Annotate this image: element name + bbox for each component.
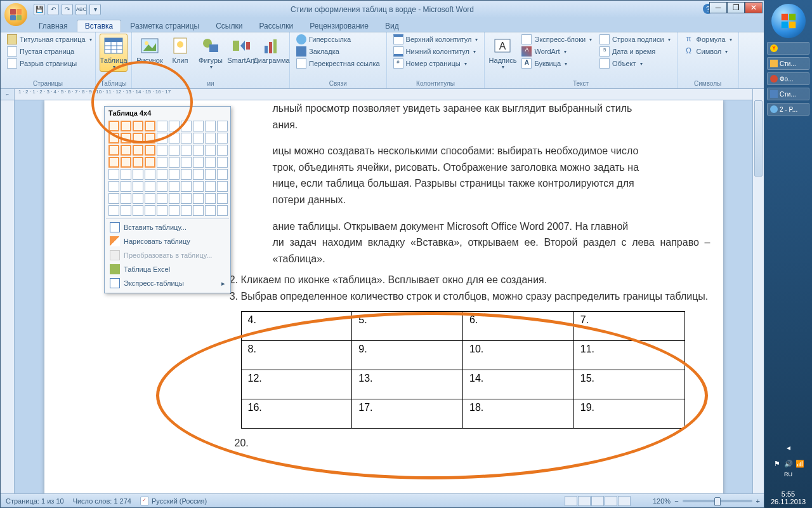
undo-icon[interactable]: ↶ — [48, 4, 59, 15]
clip-button[interactable]: Клип — [166, 34, 194, 66]
grid-cell[interactable] — [108, 169, 119, 180]
wordart-button[interactable]: AWordArt▾ — [519, 46, 594, 57]
grid-cell[interactable] — [205, 169, 216, 180]
footer-button[interactable]: Нижний колонтитул▾ — [391, 46, 481, 57]
grid-cell[interactable] — [145, 145, 155, 156]
tab-pagelayout[interactable]: Разметка страницы — [122, 20, 207, 32]
inserted-table[interactable]: 4.5.6.7. 8.9.10.11. 12.13.14.15. 16.17.1… — [241, 311, 685, 429]
grid-cell[interactable] — [193, 181, 204, 192]
office-button[interactable] — [4, 3, 27, 26]
tab-insert[interactable]: Вставка — [77, 20, 122, 32]
grid-cell[interactable] — [193, 205, 204, 216]
task-item[interactable]: Сти... — [767, 57, 809, 70]
grid-cell[interactable] — [181, 169, 192, 180]
scrollbar-thumb[interactable] — [754, 100, 763, 177]
grid-cell[interactable] — [145, 133, 155, 144]
grid-cell[interactable] — [145, 121, 155, 131]
start-button[interactable] — [771, 4, 806, 38]
excel-table-item[interactable]: Таблица Excel — [106, 262, 229, 276]
maximize-button[interactable]: ❐ — [727, 2, 745, 13]
hyperlink-button[interactable]: Гиперссылка — [294, 34, 383, 45]
task-item[interactable]: Сти... — [767, 88, 809, 100]
header-button[interactable]: Верхний колонтитул▾ — [391, 34, 481, 45]
grid-cell[interactable] — [217, 157, 228, 168]
object-button[interactable]: Объект▾ — [597, 58, 672, 69]
view-draft-icon[interactable] — [618, 496, 631, 506]
tray-expand-icon[interactable]: ◂ — [764, 443, 812, 452]
close-button[interactable]: ✕ — [745, 2, 763, 13]
smartart-button[interactable]: SmartArt — [227, 34, 255, 66]
task-item[interactable]: 2 - P... — [767, 103, 809, 116]
minimize-button[interactable]: ─ — [709, 2, 727, 13]
signature-button[interactable]: Строка подписи▾ — [597, 34, 672, 45]
draw-table-item[interactable]: Нарисовать таблицу — [106, 234, 229, 248]
picture-button[interactable]: Рисунок — [136, 34, 164, 66]
grid-cell[interactable] — [217, 169, 228, 180]
grid-cell[interactable] — [169, 145, 180, 156]
grid-cell[interactable] — [121, 133, 131, 144]
grid-cell[interactable] — [121, 193, 131, 204]
grid-cell[interactable] — [108, 133, 119, 144]
grid-cell[interactable] — [181, 133, 192, 144]
grid-cell[interactable] — [169, 121, 180, 131]
zoom-out-icon[interactable]: − — [674, 497, 678, 505]
grid-cell[interactable] — [217, 181, 228, 192]
grid-cell[interactable] — [108, 157, 119, 168]
grid-cell[interactable] — [121, 181, 131, 192]
taskbar-clock[interactable]: 5:5526.11.2013 — [764, 490, 812, 505]
grid-cell[interactable] — [169, 157, 180, 168]
lang-ru-icon[interactable]: RU — [784, 471, 793, 480]
grid-cell[interactable] — [133, 181, 143, 192]
grid-cell[interactable] — [217, 121, 228, 131]
crossref-button[interactable]: Перекрестная ссылка — [294, 58, 383, 69]
tab-view[interactable]: Вид — [377, 20, 407, 32]
grid-cell[interactable] — [169, 169, 180, 180]
qat-more-icon[interactable]: ▾ — [89, 4, 101, 15]
grid-cell[interactable] — [145, 169, 155, 180]
grid-cell[interactable] — [108, 145, 119, 156]
yandex-browser-task[interactable]: Y — [767, 42, 809, 55]
grid-cell[interactable] — [217, 133, 228, 144]
redo-icon[interactable]: ↷ — [62, 4, 73, 15]
datetime-button[interactable]: 5Дата и время — [597, 46, 672, 57]
save-icon[interactable]: 💾 — [34, 4, 45, 15]
grid-cell[interactable] — [205, 145, 216, 156]
network-icon[interactable]: 📶 — [796, 460, 804, 469]
grid-cell[interactable] — [193, 157, 204, 168]
grid-cell[interactable] — [133, 121, 143, 131]
insert-table-item[interactable]: Вставить таблицу... — [106, 220, 229, 234]
cover-page-button[interactable]: Титульная страница▾ — [4, 34, 95, 45]
grid-cell[interactable] — [145, 193, 155, 204]
grid-cell[interactable] — [133, 157, 143, 168]
grid-cell[interactable] — [133, 145, 143, 156]
tab-mailings[interactable]: Рассылки — [251, 20, 301, 32]
grid-cell[interactable] — [145, 181, 155, 192]
tab-home[interactable]: Главная — [31, 20, 75, 32]
shapes-button[interactable]: Фигуры▾ — [197, 34, 225, 72]
grid-cell[interactable] — [193, 169, 204, 180]
grid-cell[interactable] — [193, 133, 204, 144]
grid-cell[interactable] — [145, 205, 155, 216]
grid-cell[interactable] — [133, 133, 143, 144]
textbox-button[interactable]: AНадпись▾ — [488, 34, 516, 72]
grid-cell[interactable] — [193, 121, 204, 131]
zoom-in-icon[interactable]: + — [756, 497, 760, 505]
grid-cell[interactable] — [169, 193, 180, 204]
task-item[interactable]: Фо... — [767, 72, 809, 85]
grid-cell[interactable] — [121, 145, 131, 156]
view-fullread-icon[interactable] — [578, 496, 591, 506]
grid-cell[interactable] — [108, 121, 119, 131]
chart-button[interactable]: Диаграмма — [258, 34, 285, 66]
grid-cell[interactable] — [181, 121, 192, 131]
zoom-slider[interactable] — [683, 500, 752, 502]
grid-cell[interactable] — [181, 181, 192, 192]
vertical-scrollbar[interactable] — [752, 89, 764, 493]
grid-cell[interactable] — [108, 205, 119, 216]
view-outline-icon[interactable] — [605, 496, 617, 506]
grid-cell[interactable] — [205, 133, 216, 144]
grid-cell[interactable] — [169, 133, 180, 144]
grid-cell[interactable] — [157, 205, 167, 216]
grid-cell[interactable] — [121, 121, 131, 131]
grid-cell[interactable] — [157, 145, 167, 156]
grid-cell[interactable] — [157, 169, 167, 180]
